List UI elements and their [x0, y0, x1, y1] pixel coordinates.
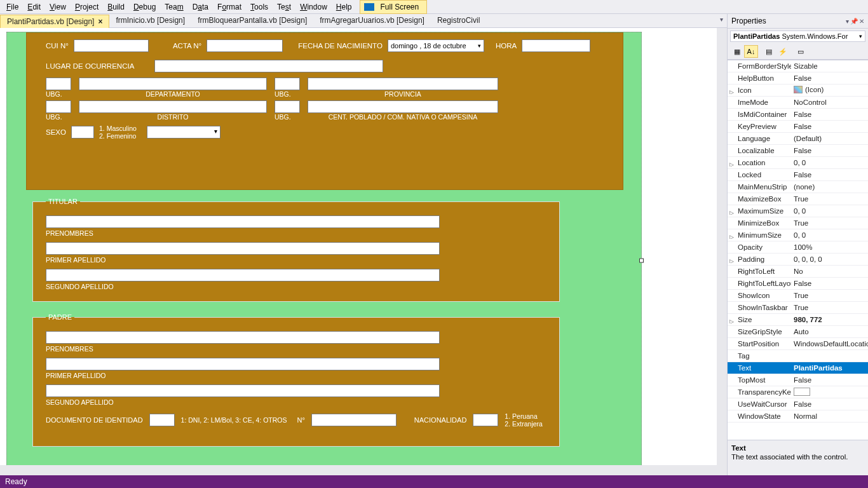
- menu-format[interactable]: Format: [214, 1, 245, 13]
- property-value[interactable]: True: [791, 219, 868, 227]
- property-value[interactable]: False: [791, 376, 868, 384]
- input-docid-tipo[interactable]: [149, 414, 175, 426]
- properties-view-button[interactable]: ▤: [762, 45, 776, 58]
- input-cui[interactable]: [74, 39, 149, 52]
- property-row[interactable]: RightToLeftLayoutFalse: [728, 278, 868, 290]
- property-value[interactable]: (Default): [791, 135, 868, 142]
- property-row[interactable]: TransparencyKey: [728, 386, 868, 398]
- property-row[interactable]: ImeModeNoControl: [728, 97, 868, 109]
- menu-team[interactable]: Team: [161, 1, 187, 13]
- expand-icon[interactable]: ▷: [729, 210, 734, 215]
- property-value[interactable]: False: [791, 111, 868, 118]
- property-value[interactable]: 0, 0: [791, 207, 868, 215]
- input-nacionalidad[interactable]: [473, 414, 498, 426]
- input-distrito[interactable]: [79, 100, 267, 113]
- properties-object-selector[interactable]: PlantiPartidas System.Windows.For ▾: [730, 30, 865, 42]
- pin-icon[interactable]: 📌: [850, 18, 858, 25]
- menu-data[interactable]: Data: [189, 1, 212, 13]
- property-row[interactable]: Opacity100%: [728, 241, 868, 254]
- expand-icon[interactable]: ▷: [729, 161, 734, 166]
- expand-icon[interactable]: ▷: [729, 234, 734, 239]
- menu-view[interactable]: View: [46, 1, 70, 13]
- property-value[interactable]: PlantiPartidas: [791, 364, 868, 372]
- tabstrip-overflow-icon[interactable]: ▾: [720, 16, 723, 23]
- expand-icon[interactable]: ▷: [729, 89, 734, 94]
- property-row[interactable]: Language(Default): [728, 133, 868, 145]
- property-row[interactable]: LocalizableFalse: [728, 145, 868, 157]
- property-value[interactable]: 100%: [791, 243, 868, 251]
- group-titular[interactable]: TITULAR PRENOMBRES PRIMER APELLIDO SEGUN…: [32, 198, 560, 302]
- document-tab[interactable]: RegistroCivil: [431, 14, 486, 27]
- property-value[interactable]: False: [791, 74, 868, 82]
- close-icon[interactable]: ✕: [859, 18, 864, 25]
- property-row[interactable]: ▷Padding0, 0, 0, 0: [728, 254, 868, 266]
- alphabetical-button[interactable]: A↓: [744, 45, 758, 58]
- panel-datos-acta[interactable]: CUI N° ACTA N° FECHA DE NACIMIENTO domin…: [26, 32, 623, 190]
- property-row[interactable]: ▷Size980, 772: [728, 314, 868, 326]
- events-button[interactable]: ⚡: [776, 45, 790, 58]
- property-value[interactable]: True: [791, 292, 868, 299]
- property-row[interactable]: MainMenuStrip(none): [728, 181, 868, 193]
- property-row[interactable]: TextPlantiPartidas: [728, 362, 868, 374]
- group-padre[interactable]: PADRE PRENOMBRES PRIMER APELLIDO SEGUNDO…: [32, 313, 560, 447]
- property-row[interactable]: ShowIconTrue: [728, 290, 868, 302]
- menu-test[interactable]: Test: [273, 1, 295, 13]
- window-dropdown-icon[interactable]: ▾: [846, 18, 849, 25]
- property-row[interactable]: HelpButtonFalse: [728, 72, 868, 85]
- property-row[interactable]: IsMdiContainerFalse: [728, 109, 868, 121]
- properties-grid[interactable]: FormBorderStyleSizableHelpButtonFalse▷Ic…: [728, 60, 868, 440]
- property-value[interactable]: False: [791, 280, 868, 287]
- property-value[interactable]: False: [791, 147, 868, 154]
- input-titular-primerap[interactable]: [46, 242, 440, 255]
- menu-help[interactable]: Help: [332, 1, 356, 13]
- property-row[interactable]: ▷MaximumSize0, 0: [728, 205, 868, 217]
- resize-handle-right[interactable]: [639, 259, 644, 263]
- expand-icon[interactable]: ▷: [729, 318, 734, 323]
- property-pages-button[interactable]: ▭: [794, 45, 808, 58]
- property-row[interactable]: SizeGripStyleAuto: [728, 326, 868, 338]
- property-row[interactable]: FormBorderStyleSizable: [728, 60, 868, 72]
- property-value[interactable]: True: [791, 195, 868, 203]
- property-value[interactable]: [791, 388, 868, 397]
- property-value[interactable]: 980, 772: [791, 316, 868, 323]
- form-designer[interactable]: CUI N° ACTA N° FECHA DE NACIMIENTO domin…: [0, 28, 727, 475]
- property-row[interactable]: UseWaitCursorFalse: [728, 398, 868, 410]
- property-row[interactable]: ShowInTaskbarTrue: [728, 302, 868, 314]
- property-row[interactable]: RightToLeftNo: [728, 266, 868, 278]
- property-value[interactable]: No: [791, 268, 868, 275]
- property-value[interactable]: False: [791, 123, 868, 130]
- property-value[interactable]: False: [791, 171, 868, 179]
- property-value[interactable]: False: [791, 400, 868, 408]
- scrollbar-vertical[interactable]: [717, 28, 727, 475]
- input-docnum[interactable]: [311, 414, 397, 426]
- document-tab[interactable]: frmBloquearPantalla.vb [Design]: [191, 14, 313, 27]
- property-value[interactable]: Auto: [791, 328, 868, 336]
- property-value[interactable]: (none): [791, 183, 868, 191]
- menu-project[interactable]: Project: [71, 1, 102, 13]
- input-provincia[interactable]: [308, 78, 498, 90]
- input-titular-segundoap[interactable]: [46, 269, 440, 281]
- property-value[interactable]: NoControl: [791, 98, 868, 106]
- property-value[interactable]: True: [791, 304, 868, 311]
- property-value[interactable]: Normal: [791, 412, 868, 420]
- menu-edit[interactable]: Edit: [24, 1, 44, 13]
- input-padre-segundoap[interactable]: [46, 384, 440, 397]
- input-departamento[interactable]: [79, 78, 267, 90]
- close-icon[interactable]: ×: [98, 17, 102, 26]
- property-row[interactable]: StartPositionWindowsDefaultLocation: [728, 338, 868, 350]
- datepicker-fechanac[interactable]: domingo , 18 de octubre ▾: [388, 39, 484, 52]
- form-canvas[interactable]: CUI N° ACTA N° FECHA DE NACIMIENTO domin…: [6, 32, 642, 475]
- menu-build[interactable]: Build: [104, 1, 128, 13]
- property-value[interactable]: 0, 0, 0, 0: [791, 255, 868, 263]
- input-ubg-cp[interactable]: [275, 100, 300, 113]
- property-value[interactable]: WindowsDefaultLocation: [791, 340, 868, 348]
- combo-sexo[interactable]: [147, 126, 220, 139]
- fullscreen-button[interactable]: Full Screen: [360, 0, 428, 14]
- property-row[interactable]: TopMostFalse: [728, 374, 868, 386]
- property-value[interactable]: 0, 0: [791, 231, 868, 239]
- property-row[interactable]: ▷Icon(Icon): [728, 85, 868, 97]
- property-value[interactable]: Sizable: [791, 62, 868, 70]
- property-value[interactable]: 0, 0: [791, 159, 868, 166]
- categorized-button[interactable]: ▦: [730, 45, 744, 58]
- property-row[interactable]: WindowStateNormal: [728, 410, 868, 423]
